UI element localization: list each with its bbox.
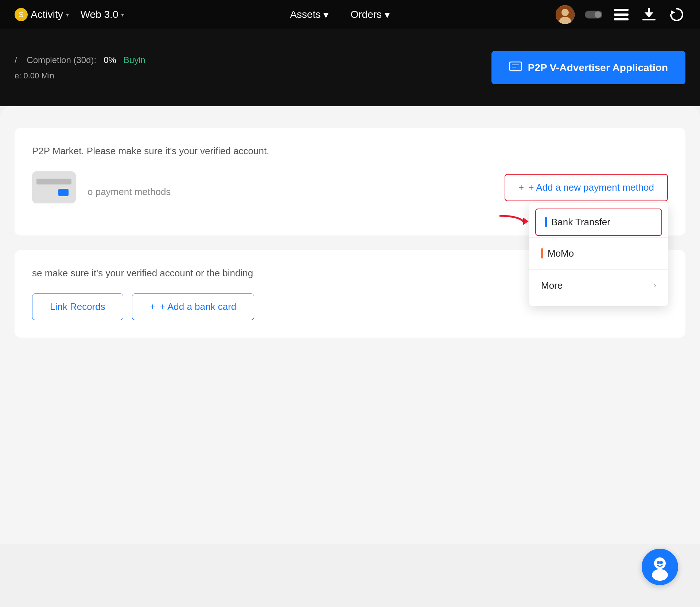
add-payment-label: + Add a new payment method: [528, 182, 654, 193]
add-bank-plus-icon: +: [150, 301, 155, 312]
orders-label: Orders: [350, 9, 382, 20]
time-label: e: 0.00 Min: [15, 71, 54, 80]
more-option[interactable]: More ›: [529, 271, 668, 300]
chat-avatar-icon: [645, 552, 674, 581]
navbar: S Activity ▾ Web 3.0 ▾ Assets ▾ Orders ▾: [0, 0, 700, 29]
svg-rect-7: [614, 18, 629, 20]
orders-menu[interactable]: Orders ▾: [350, 9, 390, 21]
svg-marker-15: [523, 218, 529, 225]
link-records-button[interactable]: Link Records: [32, 293, 123, 320]
arrow-indicator: [496, 212, 529, 232]
payment-header: o payment methods + + Add a new payment …: [32, 171, 668, 203]
hero-content: / Completion (30d): 0% Buyin e: 0.00 Min: [15, 51, 685, 84]
bank-card-description: se make sure it's your verified account …: [32, 268, 324, 279]
web3-menu[interactable]: Web 3.0 ▾: [81, 9, 124, 20]
momo-label: MoMo: [548, 248, 574, 259]
add-payment-button[interactable]: + + Add a new payment method: [505, 174, 668, 201]
payment-dropdown-menu: Bank Transfer MoMo More ›: [529, 203, 668, 306]
dropdown-divider-2: [529, 269, 668, 270]
toggle-switch-icon: [585, 8, 602, 21]
activity-dropdown-arrow: ▾: [66, 11, 69, 18]
add-payment-plus-icon: +: [518, 182, 524, 193]
svg-point-19: [657, 561, 660, 564]
svg-rect-12: [510, 62, 521, 71]
link-records-label: Link Records: [50, 301, 105, 312]
activity-label: Activity: [31, 9, 63, 20]
hero-left: / Completion (30d): 0% Buyin e: 0.00 Min: [15, 55, 145, 81]
payment-section: P2P Market. Please make sure it's your v…: [15, 128, 685, 236]
svg-marker-11: [671, 10, 675, 15]
svg-point-20: [660, 561, 663, 564]
hero-section: / Completion (30d): 0% Buyin e: 0.00 Min: [0, 29, 700, 106]
refresh-icon[interactable]: [668, 6, 685, 23]
list-icon[interactable]: [612, 6, 630, 23]
svg-point-18: [652, 569, 668, 581]
p2p-advertiser-button[interactable]: P2P V-Advertiser Application: [491, 51, 685, 84]
completion-value: 0%: [104, 55, 116, 65]
web3-dropdown-arrow: ▾: [121, 11, 124, 18]
navbar-left: S Activity ▾ Web 3.0 ▾: [15, 8, 124, 21]
payment-card-placeholder: [32, 171, 76, 203]
svg-point-1: [561, 9, 569, 16]
download-icon[interactable]: [640, 6, 658, 23]
list-view-icon: [613, 7, 629, 23]
activity-menu[interactable]: S Activity ▾: [15, 8, 69, 21]
no-payment-text: o payment methods: [88, 186, 171, 198]
assets-menu[interactable]: Assets ▾: [290, 9, 328, 21]
user-avatar[interactable]: [556, 5, 575, 24]
completion-link[interactable]: Buyin: [124, 55, 145, 65]
momo-bar-icon: [541, 248, 543, 258]
bank-transfer-bar-icon: [545, 217, 547, 227]
hero-right: P2P V-Advertiser Application: [491, 51, 685, 84]
dropdown-divider-1: [529, 237, 668, 238]
payment-card-area: o payment methods: [32, 171, 171, 203]
completion-label: Completion (30d):: [27, 55, 96, 65]
navbar-right: [556, 5, 685, 24]
more-label: More: [541, 280, 563, 291]
svg-rect-8: [642, 19, 656, 20]
svg-rect-10: [648, 8, 650, 15]
momo-option[interactable]: MoMo: [529, 239, 668, 268]
avatar-icon: [556, 5, 575, 24]
add-payment-container: + + Add a new payment method: [505, 174, 668, 201]
hero-stat: e: 0.00 Min: [15, 71, 145, 81]
bottom-chat-avatar[interactable]: [642, 549, 678, 585]
assets-label: Assets: [290, 9, 320, 20]
p2p-btn-label: P2P V-Advertiser Application: [528, 62, 668, 74]
coin-icon: S: [15, 8, 28, 21]
assets-dropdown-arrow: ▾: [323, 9, 328, 21]
p2p-btn-icon: [509, 60, 522, 75]
toggle-icon[interactable]: [585, 6, 602, 23]
svg-rect-5: [614, 9, 629, 11]
download-icon: [641, 7, 657, 23]
sync-icon: [669, 7, 685, 23]
orders-dropdown-arrow: ▾: [385, 9, 390, 21]
chevron-right-icon: ›: [654, 281, 656, 290]
svg-rect-6: [614, 13, 629, 16]
bank-transfer-label: Bank Transfer: [551, 217, 610, 228]
navbar-center: Assets ▾ Orders ▾: [139, 9, 541, 21]
add-bank-label: + Add a bank card: [160, 301, 236, 312]
web3-label: Web 3.0: [81, 9, 118, 20]
bank-transfer-option[interactable]: Bank Transfer: [535, 209, 662, 236]
main-content: P2P Market. Please make sure it's your v…: [0, 106, 700, 544]
payment-description: P2P Market. Please make sure it's your v…: [32, 145, 287, 157]
svg-point-4: [595, 11, 601, 18]
breadcrumb-separator: /: [15, 55, 17, 65]
add-bank-card-button[interactable]: + + Add a bank card: [132, 293, 254, 320]
breadcrumb: / Completion (30d): 0% Buyin: [15, 55, 145, 65]
svg-point-17: [654, 557, 666, 569]
